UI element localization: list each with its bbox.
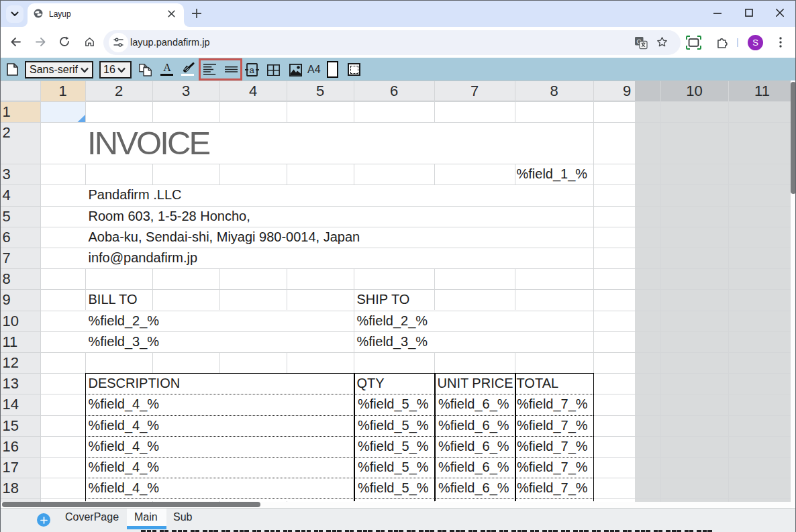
svg-text:a: a bbox=[250, 65, 255, 75]
